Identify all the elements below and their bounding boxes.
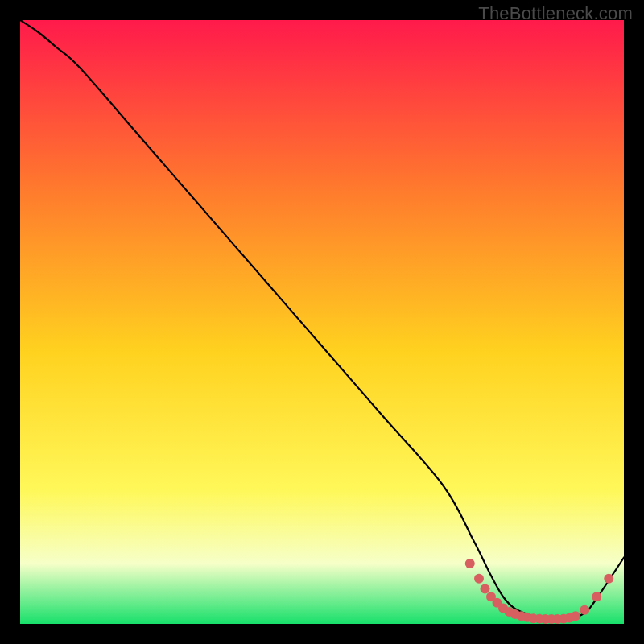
highlight-dot [580,605,589,615]
highlight-dot [571,611,580,621]
highlight-dot [592,592,601,601]
plot-area [20,20,624,624]
gradient-background [20,20,624,624]
watermark-text: TheBottleneck.com [478,3,633,24]
chart-frame: TheBottleneck.com [0,0,644,644]
highlight-dot [481,584,490,594]
chart-svg [20,20,624,624]
highlight-dot [474,574,484,584]
highlight-dot [604,574,613,584]
highlight-dot [465,559,475,568]
